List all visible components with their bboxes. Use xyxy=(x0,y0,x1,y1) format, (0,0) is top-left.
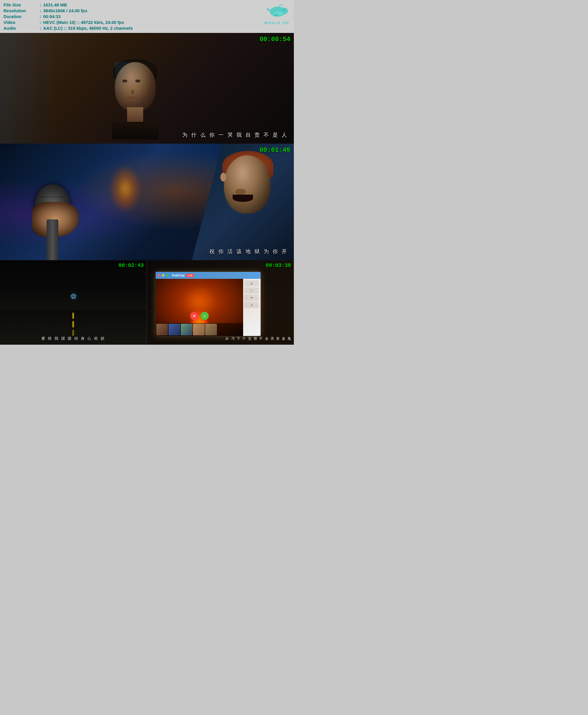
microphone xyxy=(23,155,82,257)
duration-colon: : xyxy=(39,14,43,19)
resolution-label: Resolution xyxy=(3,8,39,13)
video-colon: : xyxy=(39,20,43,25)
screen-title: PolkChat xyxy=(172,274,185,277)
resolution-colon: : xyxy=(39,8,43,13)
frames-bottom: ✿ 00:02:43 要 得 我 团 团 转 身 心 耗 损 PolkChat … xyxy=(0,260,294,345)
frame-1: 00:00:54 为 什 么 你 一 哭 我 自 责 不 是 人 xyxy=(0,33,294,144)
audio-colon: : xyxy=(39,26,43,30)
screen-content: ✕ ✓ 🏠 💬 xyxy=(156,279,260,336)
duration-value: 00:04:33 xyxy=(43,14,133,19)
sidebar-star[interactable]: ★ xyxy=(244,302,259,308)
sidebar-home[interactable]: 🏠 xyxy=(244,280,259,286)
frame-3: ✿ 00:02:43 要 得 我 团 团 转 身 心 耗 损 xyxy=(0,260,147,345)
avatar-4 xyxy=(193,324,205,335)
person2-head xyxy=(224,155,271,214)
avatar-3 xyxy=(181,324,192,335)
avatar-5 xyxy=(205,324,217,335)
brand-logo: WHALE HD xyxy=(264,3,289,25)
svg-point-2 xyxy=(284,9,286,10)
mic-handle xyxy=(47,219,58,260)
face-head xyxy=(115,62,156,112)
file-size-colon: : xyxy=(39,2,43,7)
frame4-timestamp: 00:03:38 xyxy=(266,262,291,268)
avatar-1 xyxy=(156,324,168,335)
flower-icon: ✿ xyxy=(70,292,76,300)
file-size-value: 1631.48 MB xyxy=(43,2,133,7)
screen-main-view: ✕ ✓ xyxy=(156,279,243,336)
avatar-2 xyxy=(168,324,180,335)
whale-icon xyxy=(265,3,288,19)
duration-label: Duration xyxy=(3,14,39,19)
frame4-subtitle: 从 习 下 个 交 替 不 会 吝 啬 血 鬼 xyxy=(225,336,292,341)
audio-value: AAC (LC) :: 319 kbps, 48000 Hz, 2 channe… xyxy=(43,26,133,30)
frame-2: 00:01:49 祝 你 活 该 地 狱 为 你 开 xyxy=(0,144,294,260)
person-silhouette xyxy=(103,53,167,135)
file-size-label: File Size xyxy=(3,2,39,7)
info-bar: File Size : 1631.48 MB Resolution : 3840… xyxy=(0,0,294,33)
frame3-subtitle: 要 得 我 团 团 转 身 心 耗 损 xyxy=(41,336,106,341)
frame2-timestamp: 00:01:49 xyxy=(259,147,290,154)
video-label: Video xyxy=(3,20,39,25)
sidebar-heart[interactable]: ❤ xyxy=(244,295,259,301)
sidebar-chat[interactable]: 💬 xyxy=(244,287,259,294)
face-shadow xyxy=(115,62,156,112)
resolution-value: 3840x1606 / 24.00 fps xyxy=(43,8,133,13)
brand-name: WHALE HD xyxy=(264,21,289,25)
frame1-timestamp: 00:00:54 xyxy=(259,36,290,43)
frame1-subtitle: 为 什 么 你 一 哭 我 自 责 不 是 人 xyxy=(182,131,288,138)
frame2-subtitle: 祝 你 活 该 地 狱 为 你 开 xyxy=(209,248,288,255)
frames-container: 00:00:54 为 什 么 你 一 哭 我 自 责 不 是 人 xyxy=(0,33,294,345)
svg-point-3 xyxy=(285,9,285,10)
frame-4: PolkChat LIVE ✕ ✓ xyxy=(147,260,294,345)
metadata-grid: File Size : 1631.48 MB Resolution : 3840… xyxy=(3,2,133,30)
frame1-person xyxy=(0,33,294,144)
audio-label: Audio xyxy=(3,26,39,30)
live-badge: LIVE xyxy=(186,274,194,277)
screen-titlebar: PolkChat LIVE xyxy=(156,272,260,279)
video-value: HEVC (Main 10) :: 49722 kb/s, 24.00 fps xyxy=(43,20,133,25)
svg-point-4 xyxy=(274,12,284,16)
frame3-timestamp: 00:02:43 xyxy=(119,262,144,268)
screen-avatars xyxy=(156,323,243,336)
screen-window: PolkChat LIVE ✕ ✓ xyxy=(156,272,260,336)
screen-sidebar: 🏠 💬 ❤ ★ xyxy=(243,279,260,336)
